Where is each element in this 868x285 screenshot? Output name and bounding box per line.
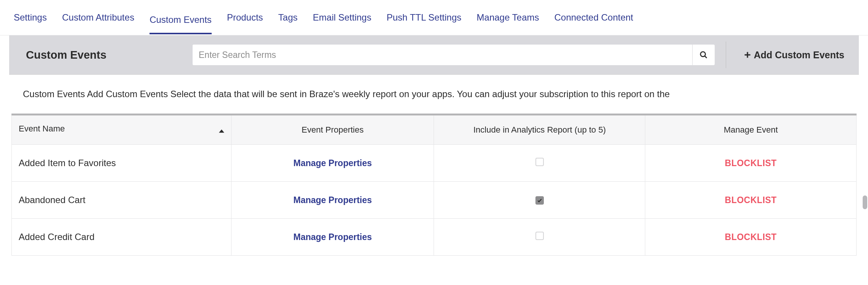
add-button-label: Add Custom Events [754, 50, 844, 61]
tab-settings[interactable]: Settings [14, 8, 47, 27]
svg-line-1 [705, 56, 707, 58]
blocklist-link[interactable]: BLOCKLIST [725, 158, 777, 168]
table-row: Abandoned CartManage PropertiesBLOCKLIST [12, 181, 857, 218]
col-manage-event[interactable]: Manage Event [645, 114, 857, 144]
search-input[interactable] [192, 44, 692, 66]
tab-custom-events[interactable]: Custom Events [149, 10, 212, 34]
manage-properties-link[interactable]: Manage Properties [293, 195, 372, 205]
search-icon [699, 51, 708, 59]
col-event-properties[interactable]: Event Properties [231, 114, 434, 144]
event-name-cell: Abandoned Cart [12, 181, 231, 218]
include-analytics-checkbox[interactable] [535, 232, 544, 240]
events-table: Event Name Event Properties Include in A… [11, 114, 857, 256]
description-text: Custom Events Add Custom Events Select t… [9, 75, 859, 114]
scrollbar-thumb[interactable] [863, 195, 867, 209]
header-bar: Custom Events Add Custom Events [9, 35, 859, 75]
tab-tags[interactable]: Tags [278, 8, 298, 27]
event-name-cell: Added Item to Favorites [12, 144, 231, 181]
include-analytics-checkbox[interactable] [535, 196, 544, 205]
svg-marker-4 [219, 129, 224, 132]
search-button[interactable] [692, 44, 715, 66]
plus-icon [744, 51, 751, 59]
add-custom-events-button[interactable]: Add Custom Events [737, 50, 851, 61]
sort-asc-icon [219, 126, 224, 136]
page-title: Custom Events [17, 49, 185, 61]
event-name-cell: Added Credit Card [12, 218, 231, 255]
table-row: Added Item to FavoritesManage Properties… [12, 144, 857, 181]
tab-email-settings[interactable]: Email Settings [313, 8, 371, 27]
include-analytics-checkbox[interactable] [535, 158, 544, 166]
tab-connected-content[interactable]: Connected Content [554, 8, 633, 27]
top-nav: SettingsCustom AttributesCustom EventsPr… [0, 0, 868, 35]
blocklist-link[interactable]: BLOCKLIST [725, 232, 777, 242]
tab-products[interactable]: Products [227, 8, 263, 27]
col-event-name[interactable]: Event Name [12, 114, 231, 144]
search-wrap [192, 44, 715, 66]
manage-properties-link[interactable]: Manage Properties [293, 232, 372, 242]
col-include-analytics[interactable]: Include in Analytics Report (up to 5) [434, 114, 645, 144]
tab-custom-attributes[interactable]: Custom Attributes [62, 8, 134, 27]
table-row: Added Credit CardManage PropertiesBLOCKL… [12, 218, 857, 255]
svg-point-0 [701, 52, 706, 57]
blocklist-link[interactable]: BLOCKLIST [725, 195, 777, 205]
content-panel: Custom Events Add Custom Events Custom E… [0, 35, 868, 256]
divider [726, 42, 726, 68]
tab-push-ttl-settings[interactable]: Push TTL Settings [387, 8, 461, 27]
tab-manage-teams[interactable]: Manage Teams [477, 8, 539, 27]
check-icon [537, 198, 542, 203]
manage-properties-link[interactable]: Manage Properties [293, 158, 372, 168]
